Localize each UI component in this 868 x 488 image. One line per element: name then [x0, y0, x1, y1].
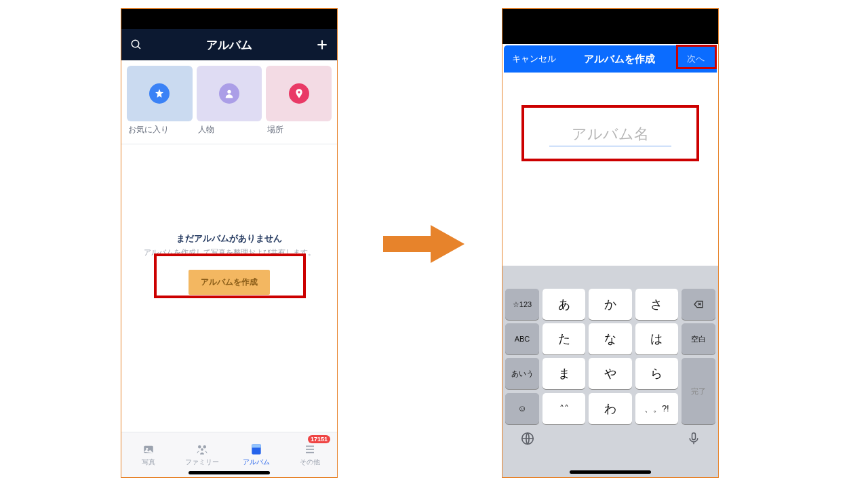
search-icon[interactable] [130, 38, 143, 52]
key-ta[interactable]: た [542, 323, 585, 354]
input-section: アルバム名 [502, 73, 718, 161]
home-indicator [189, 471, 270, 474]
star-icon [149, 83, 170, 104]
key-na[interactable]: な [589, 323, 631, 354]
tab-label: その他 [300, 458, 320, 467]
annotation-box [154, 253, 306, 298]
svg-rect-19 [692, 433, 696, 440]
home-indicator [570, 470, 651, 474]
annotation-box [676, 45, 717, 69]
key-space[interactable]: 空白 [682, 323, 715, 354]
photo-icon [141, 443, 156, 456]
sheet-gap [502, 29, 718, 44]
svg-point-9 [203, 445, 207, 449]
tile-label: 場所 [266, 124, 332, 136]
svg-point-10 [201, 448, 203, 451]
smart-album-tiles: お気に入り 人物 場所 [121, 60, 337, 138]
phone-create-album: キャンセル アルバムを作成 次へ アルバム名 ☆123 あ か さ ABC た … [502, 8, 719, 478]
key-backspace[interactable] [682, 289, 715, 320]
tile-people[interactable]: 人物 [197, 66, 262, 136]
key-ma[interactable]: ま [542, 358, 585, 389]
tab-bar: 写真 ファミリー アルバム その他 17151 [121, 432, 337, 477]
key-punct[interactable]: 、。?! [635, 393, 678, 424]
key-dakuten[interactable]: ˄˄ [542, 393, 585, 424]
tile-places[interactable]: 場所 [266, 66, 332, 136]
phone-album-list: アルバム お気に入り 人物 場所 まだアルバムがありません アルバムを作成して写… [121, 8, 338, 478]
notification-badge: 17151 [308, 435, 330, 443]
pin-icon [289, 83, 309, 104]
tab-photos[interactable]: 写真 [121, 432, 176, 477]
album-name-input[interactable]: アルバム名 [549, 124, 672, 146]
album-icon [249, 443, 264, 456]
svg-point-0 [132, 40, 139, 47]
mic-icon[interactable] [687, 431, 701, 450]
status-bar [121, 9, 337, 29]
person-icon [219, 83, 239, 104]
key-ka[interactable]: か [589, 289, 631, 320]
tile-favorites[interactable]: お気に入り [127, 66, 193, 136]
key-sa[interactable]: さ [635, 289, 678, 320]
key-ha[interactable]: は [635, 323, 678, 354]
tab-more[interactable]: その他 17151 [283, 432, 338, 477]
keyboard-toolbar [505, 424, 715, 450]
svg-point-5 [298, 91, 300, 93]
nav-bar: アルバム [121, 29, 337, 60]
tile-label: 人物 [197, 124, 262, 136]
status-bar [502, 9, 718, 29]
arrow-icon [383, 224, 465, 264]
key-ya[interactable]: や [589, 358, 631, 389]
tab-label: ファミリー [185, 458, 219, 467]
keyboard-suggestion-bar [505, 270, 715, 289]
menu-icon [302, 443, 317, 456]
tile-label: お気に入り [127, 124, 193, 136]
key-done[interactable]: 完了 [682, 358, 715, 424]
svg-line-1 [138, 46, 140, 49]
empty-title: まだアルバムがありません [121, 232, 337, 245]
cancel-button[interactable]: キャンセル [512, 53, 556, 65]
svg-point-7 [146, 448, 148, 450]
japanese-keyboard: ☆123 あ か さ ABC た な は 空白 あいう ま や ら 完了 ☺ ˄… [502, 266, 718, 477]
key-emoji[interactable]: ☺ [505, 393, 539, 424]
key-kana-mode[interactable]: あいう [505, 358, 539, 389]
globe-icon[interactable] [520, 431, 535, 450]
key-ra[interactable]: ら [635, 358, 678, 389]
page-title: アルバム [206, 37, 252, 53]
tab-label: アルバム [243, 458, 270, 467]
svg-point-8 [198, 445, 201, 449]
svg-rect-12 [252, 445, 260, 448]
key-num-mode[interactable]: ☆123 [505, 289, 539, 320]
tab-label: 写真 [142, 458, 155, 467]
key-a[interactable]: あ [542, 289, 585, 320]
divider [121, 144, 337, 144]
svg-point-4 [227, 90, 231, 94]
add-icon[interactable] [315, 38, 329, 52]
modal-title: アルバムを作成 [584, 53, 655, 66]
key-wa[interactable]: わ [589, 393, 631, 424]
key-abc-mode[interactable]: ABC [505, 323, 539, 354]
family-icon [195, 443, 210, 456]
annotation-box: アルバム名 [521, 105, 699, 161]
